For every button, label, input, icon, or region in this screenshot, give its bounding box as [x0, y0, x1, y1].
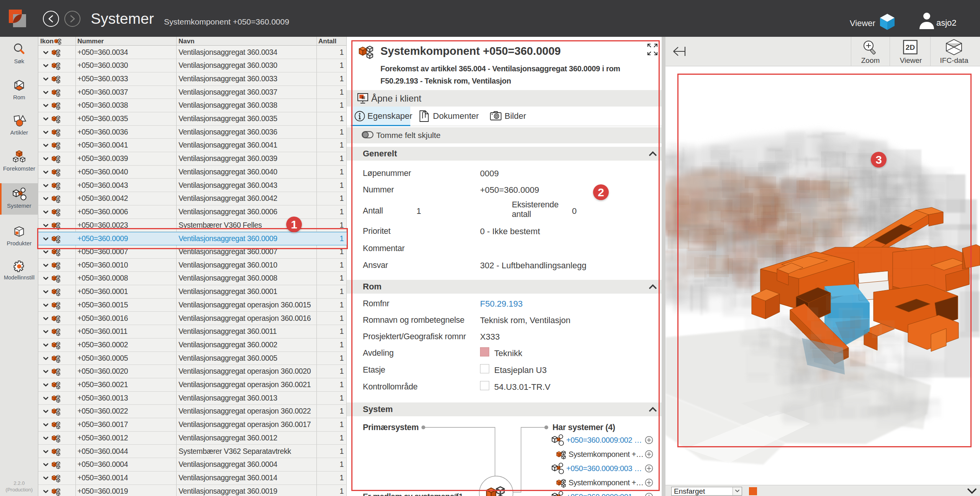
svg-text:2D: 2D: [906, 43, 915, 51]
